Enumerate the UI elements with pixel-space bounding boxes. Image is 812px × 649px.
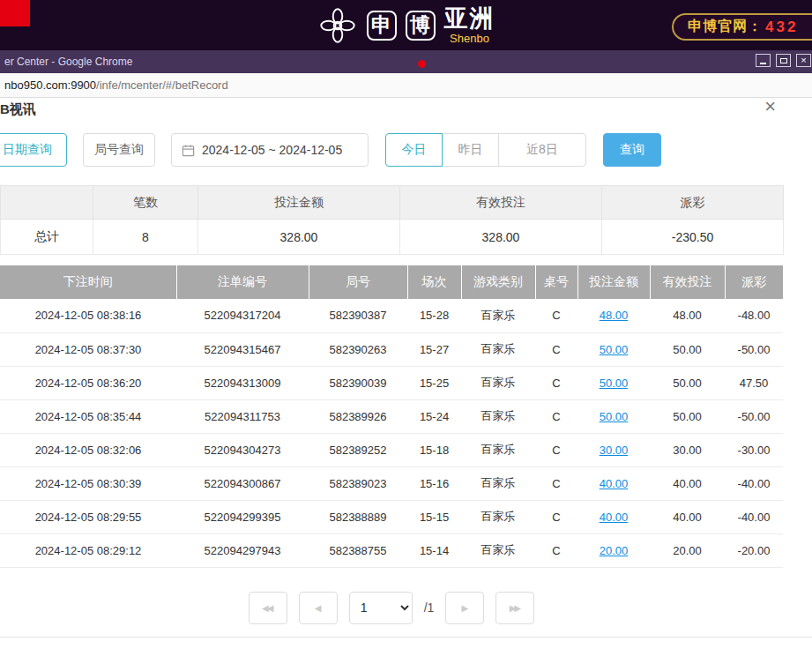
cell-bet-amount: 50.00 [577,366,650,399]
page-total: /1 [424,601,435,615]
bet-amount-link[interactable]: 50.00 [600,343,629,356]
quick-yesterday-button[interactable]: 昨日 [442,133,499,167]
close-button[interactable]: × [796,54,811,67]
col-header-round-no: 局号 [309,265,407,299]
section-close-icon[interactable]: × [764,97,776,116]
official-site-pill[interactable]: 申博官网： 432 [672,13,812,41]
table-row: 2024-12-05 08:29:12 522094297943 5823887… [0,533,783,567]
filter-row: 日期查询 局号查询 2024-12-05 ~ 2024-12-05 今日 昨日 … [0,133,812,167]
cell-order-no: 522094299395 [176,500,309,533]
cell-session: 15-16 [407,466,461,500]
cell-payout: -30.00 [725,433,783,466]
bet-amount-link[interactable]: 50.00 [600,410,629,423]
window-title: er Center - Google Chrome [4,56,132,68]
summary-header-blank [1,186,93,220]
cell-session: 15-14 [407,533,461,567]
pagination: ◀◀ ◀ 1 /1 ▶ ▶▶ [0,592,783,624]
page-select[interactable]: 1 [349,592,413,624]
cell-order-no: 522094313009 [176,366,309,399]
cell-valid-bet: 50.00 [650,399,725,433]
summary-total-row: 总计 8 328.00 328.00 -230.50 [1,220,784,255]
cell-valid-bet: 30.00 [650,433,725,466]
cell-round-no: 582389926 [309,399,407,433]
cell-valid-bet: 50.00 [650,332,725,366]
cell-bet-time: 2024-12-05 08:29:55 [0,500,176,533]
summary-payout: -230.50 [602,220,784,255]
col-header-bet-amount: 投注金额 [577,265,650,299]
col-header-payout: 派彩 [725,265,783,299]
url-path: /infe/mcenter/#/betRecord [96,78,228,92]
cell-order-no: 522094317204 [176,299,309,332]
round-query-tab[interactable]: 局号查询 [83,133,155,167]
calendar-icon [182,144,195,157]
cell-valid-bet: 50.00 [650,366,725,399]
logo-char-bo: 博 [410,11,430,39]
summary-total-label: 总计 [1,220,93,255]
date-range-input[interactable]: 2024-12-05 ~ 2024-12-05 [171,133,369,167]
col-header-bet-time: 下注时间 [0,265,176,299]
cell-game-type: 百家乐 [461,466,535,500]
window-controls: × [756,54,811,67]
cell-order-no: 522094315467 [176,332,309,366]
cell-bet-amount: 40.00 [577,500,650,533]
cell-table-no: C [535,466,577,500]
cell-session: 15-15 [407,500,461,533]
official-site-label: 申博官网： [688,18,763,36]
col-header-table-no: 桌号 [535,265,577,299]
date-query-tab[interactable]: 日期查询 [0,133,67,167]
cell-order-no: 522094300867 [176,466,309,500]
bet-amount-link[interactable]: 20.00 [600,544,629,557]
summary-header-count: 笔数 [93,186,198,220]
summary-header-valid: 有效投注 [400,186,602,220]
table-row: 2024-12-05 08:35:44 522094311753 5823899… [0,399,783,433]
cell-payout: -50.00 [725,399,783,433]
cell-bet-time: 2024-12-05 08:35:44 [0,399,176,433]
cell-game-type: 百家乐 [461,366,535,399]
cell-round-no: 582390387 [309,299,407,332]
cell-game-type: 百家乐 [461,299,535,332]
cell-payout: -20.00 [725,533,783,567]
prev-page-button[interactable]: ◀ [299,592,338,624]
cell-game-type: 百家乐 [461,433,535,466]
maximize-button[interactable] [776,54,791,67]
summary-header-row: 笔数 投注金额 有效投注 派彩 [1,186,784,220]
cell-valid-bet: 20.00 [650,533,725,567]
cell-payout: -40.00 [725,466,783,500]
cell-valid-bet: 40.00 [650,466,725,500]
cell-order-no: 522094311753 [176,399,309,433]
red-corner-block [0,0,30,26]
cell-session: 15-24 [407,399,461,433]
table-header-row: 下注时间 注单编号 局号 场次 游戏类别 桌号 投注金额 有效投注 派彩 [0,265,783,299]
cell-round-no: 582388889 [309,500,407,533]
cell-order-no: 522094304273 [176,433,309,466]
last-page-button[interactable]: ▶▶ [495,592,534,624]
footer-divider [0,637,812,638]
brand-subtitle: Shenbo [450,33,489,44]
table-row: 2024-12-05 08:38:16 522094317204 5823903… [0,299,783,332]
cell-table-no: C [535,399,577,433]
bet-amount-link[interactable]: 40.00 [600,511,629,524]
bet-amount-link[interactable]: 48.00 [600,309,629,322]
bet-amount-link[interactable]: 40.00 [600,477,629,490]
bet-amount-link[interactable]: 50.00 [600,377,629,390]
window-title-bar: er Center - Google Chrome × [0,50,812,73]
table-row: 2024-12-05 08:36:20 522094313009 5823900… [0,366,783,399]
cell-round-no: 582389023 [309,466,407,500]
cell-payout: -48.00 [725,299,783,332]
address-bar[interactable]: nbo950.com:9900/infe/mcenter/#/betRecord [0,73,812,98]
first-page-button[interactable]: ◀◀ [249,592,287,624]
quick-today-button[interactable]: 今日 [385,133,443,167]
bet-amount-link[interactable]: 30.00 [600,444,629,457]
minimize-button[interactable] [756,54,771,67]
summary-table: 笔数 投注金额 有效投注 派彩 总计 8 328.00 328.00 -230.… [0,185,784,255]
cell-round-no: 582390263 [309,332,407,366]
cell-bet-amount: 50.00 [577,399,650,433]
cell-table-no: C [535,366,577,399]
quick-last8days-button[interactable]: 近8日 [498,133,586,167]
col-header-session: 场次 [407,265,461,299]
cell-bet-time: 2024-12-05 08:29:12 [0,533,176,567]
next-page-button[interactable]: ▶ [445,592,484,624]
cell-bet-amount: 50.00 [577,332,650,366]
search-button[interactable]: 查询 [603,133,661,167]
cell-payout: -50.00 [725,332,783,366]
